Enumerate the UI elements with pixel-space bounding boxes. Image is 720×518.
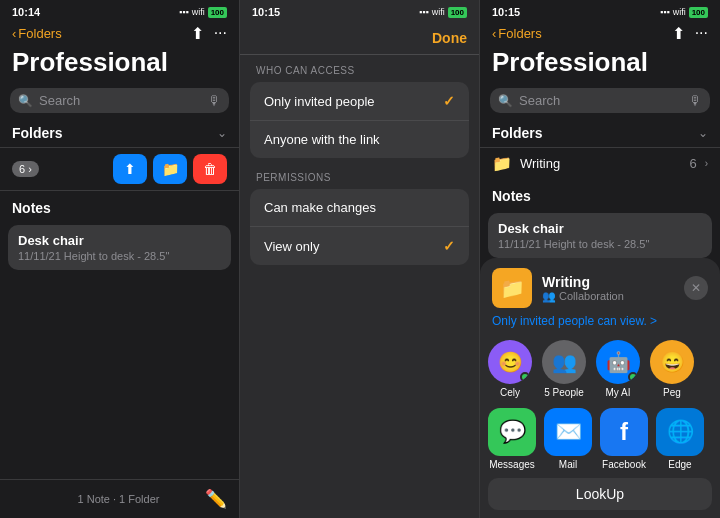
facebook-app-icon: f [600,408,648,456]
signal-icon: ▪▪▪ [660,7,670,17]
perm-view-label: View only [264,239,319,254]
left-search-input[interactable]: Search [39,93,202,108]
right-folders-section-header: Folders ⌄ [480,121,720,148]
writing-folder-count: 6 [689,156,696,171]
writing-folder-name: Writing [520,156,681,171]
access-option-link-label: Anyone with the link [264,132,380,147]
right-header: ‹ Folders ⬆ ··· [480,22,720,47]
online-dot [520,372,530,382]
right-page-title: Professional [480,47,720,84]
signal-icon: ▪▪▪ [419,7,429,17]
share-apps: 💬 Messages ✉️ Mail f Facebook 🌐 Edge [480,404,720,476]
share-facebook[interactable]: f Facebook [600,408,648,470]
battery-icon: 100 [689,7,708,18]
right-search-icon: 🔍 [498,94,513,108]
bottom-count: 1 Note · 1 Folder [32,493,205,505]
permissions-options: Can make changes View only ✓ [250,189,469,265]
battery-icon: 100 [448,7,467,18]
avatar-cely[interactable]: 😊 Cely [488,340,532,398]
note-title: Desk chair [18,233,221,248]
right-folders-chevron-icon[interactable]: ⌄ [698,126,708,140]
collab-popup: 📁 Writing 👥 Collaboration ✕ Only invited… [480,258,720,518]
notes-section-header: Notes [0,191,239,221]
mic-icon[interactable]: 🎙 [208,93,221,108]
left-bottom-bar: 1 Note · 1 Folder ✏️ [0,479,239,518]
middle-panel: 10:15 ▪▪▪ wifi 100 Done WHO CAN ACCESS O… [240,0,480,518]
right-back-label: Folders [498,26,541,41]
right-mic-icon[interactable]: 🎙 [689,93,702,108]
right-status-icons: ▪▪▪ wifi 100 [660,7,708,18]
access-option-invited[interactable]: Only invited people ✓ [250,82,469,121]
share-action-button[interactable]: ⬆ [113,154,147,184]
right-notes-section-header: Notes [480,179,720,209]
share-icon[interactable]: ⬆ [191,24,204,43]
messages-app-icon: 💬 [488,408,536,456]
wifi-icon: wifi [673,7,686,17]
delete-action-button[interactable]: 🗑 [193,154,227,184]
popup-info: Writing 👥 Collaboration [542,274,674,303]
facebook-app-label: Facebook [602,459,646,470]
left-search-bar[interactable]: 🔍 Search 🎙 [10,88,229,113]
mail-app-label: Mail [559,459,577,470]
done-button[interactable]: Done [252,30,467,46]
popup-invite-text[interactable]: Only invited people can view. > [480,314,720,336]
avatar-peg-circle: 😄 [650,340,694,384]
share-edge[interactable]: 🌐 Edge [656,408,704,470]
access-option-link[interactable]: Anyone with the link [250,121,469,158]
avatar-peg-label: Peg [663,387,681,398]
move-action-button[interactable]: 📁 [153,154,187,184]
notes-label: Notes [12,200,51,216]
folders-label: Folders [12,125,63,141]
back-label: Folders [18,26,61,41]
right-back-button[interactable]: ‹ Folders [492,26,542,41]
avatar-peg-emoji: 😄 [660,350,685,374]
right-status-time: 10:15 [492,6,520,18]
avatar-5people[interactable]: 👥 5 People [542,340,586,398]
avatar-myai[interactable]: 🤖 My AI [596,340,640,398]
folder-count-badge: 6 › [12,161,39,177]
popup-folder-name: Writing [542,274,674,290]
right-note-item[interactable]: Desk chair 11/11/21 Height to desk - 28.… [488,213,712,258]
back-button[interactable]: ‹ Folders [12,26,62,41]
left-page-title: Professional [0,47,239,84]
right-more-icon[interactable]: ··· [695,24,708,43]
share-mail[interactable]: ✉️ Mail [544,408,592,470]
note-meta: 11/11/21 Height to desk - 28.5" [18,250,221,262]
access-options: Only invited people ✓ Anyone with the li… [250,82,469,158]
perm-option-changes[interactable]: Can make changes [250,189,469,227]
left-header: ‹ Folders ⬆ ··· [0,22,239,47]
avatar-myai-circle: 🤖 [596,340,640,384]
compose-button[interactable]: ✏️ [205,488,227,510]
avatar-cely-circle: 😊 [488,340,532,384]
right-search-bar[interactable]: 🔍 Search 🎙 [490,88,710,113]
folder-count: 6 [19,163,25,175]
right-note-meta: 11/11/21 Height to desk - 28.5" [498,238,702,250]
note-item[interactable]: Desk chair 11/11/21 Height to desk - 28.… [8,225,231,270]
folders-chevron-icon[interactable]: ⌄ [217,126,227,140]
middle-status-time: 10:15 [252,6,280,18]
right-search-input[interactable]: Search [519,93,683,108]
popup-collab-label: 👥 Collaboration [542,290,674,303]
edge-app-icon: 🌐 [656,408,704,456]
right-panel: 10:15 ▪▪▪ wifi 100 ‹ Folders ⬆ ··· Profe… [480,0,720,518]
avatar-5people-circle: 👥 [542,340,586,384]
right-back-chevron-icon: ‹ [492,26,496,41]
collab-persons-icon: 👥 [542,290,556,303]
edge-app-label: Edge [668,459,691,470]
header-icons: ⬆ ··· [191,24,227,43]
right-share-icon[interactable]: ⬆ [672,24,685,43]
share-messages[interactable]: 💬 Messages [488,408,536,470]
perm-option-view[interactable]: View only ✓ [250,227,469,265]
popup-close-button[interactable]: ✕ [684,276,708,300]
folder-count-chevron: › [28,163,32,175]
back-chevron-icon: ‹ [12,26,16,41]
avatar-myai-emoji: 🤖 [606,350,631,374]
avatar-peg[interactable]: 😄 Peg [650,340,694,398]
wifi-icon: wifi [192,7,205,17]
writing-folder-row[interactable]: 📁 Writing 6 › [480,148,720,179]
more-icon[interactable]: ··· [214,24,227,43]
permissions-section-label: PERMISSIONS [240,172,479,189]
battery-icon: 100 [208,7,227,18]
lookup-bar[interactable]: LookUp [488,478,712,510]
avatar-5people-emoji: 👥 [552,350,577,374]
